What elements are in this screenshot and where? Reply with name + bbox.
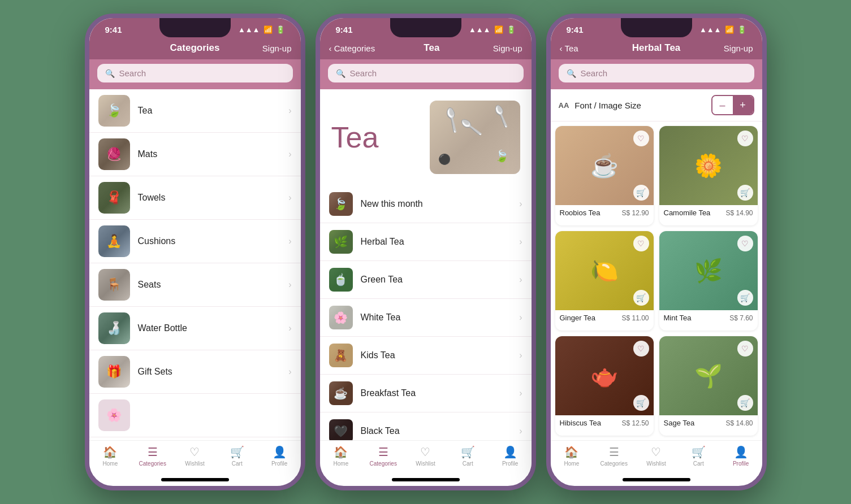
categories-label-2: Categories — [370, 460, 397, 467]
wishlist-sage-button[interactable]: ♡ — [737, 341, 753, 357]
sub-item-breakfast[interactable]: ☕ Breakfast Tea › — [320, 375, 532, 412]
tab-categories-3[interactable]: ☰ Categories — [593, 445, 635, 467]
product-info-ginger: Ginger Tea S$ 11.00 — [555, 310, 654, 327]
thumb-mats: 🧶 — [98, 138, 130, 170]
tab-wishlist-3[interactable]: ♡ Wishlist — [635, 445, 677, 467]
product-card-hibiscus[interactable]: 🫖 ♡ 🛒 Hibiscus Tea S$ 12.50 — [555, 336, 654, 436]
tab-cart-2[interactable]: 🛒 Cart — [447, 445, 489, 467]
label-mats: Mats — [138, 149, 289, 159]
cart-roobios-button[interactable]: 🛒 — [633, 185, 649, 201]
list-item-cushions[interactable]: 🧘 Cushions › — [89, 220, 301, 263]
sign-up-button-1[interactable]: Sign-up — [258, 44, 292, 53]
wifi-icon-2: 📶 — [494, 25, 503, 34]
font-size-minus-button[interactable]: – — [712, 96, 733, 114]
sub-item-kids[interactable]: 🧸 Kids Tea › — [320, 337, 532, 375]
home-label-1: Home — [103, 460, 118, 467]
label-towels: Towels — [138, 193, 289, 203]
product-card-mint[interactable]: 🌿 ♡ 🛒 Mint Tea S$ 7.60 — [659, 231, 758, 331]
product-info-hibiscus: Hibiscus Tea S$ 12.50 — [555, 415, 654, 432]
cart-sage-button[interactable]: 🛒 — [737, 395, 753, 411]
product-info-sage: Sage Tea S$ 14.80 — [659, 415, 758, 432]
signal-icon-2: ▲▲▲ — [469, 25, 491, 34]
categories-icon-2: ☰ — [378, 445, 388, 459]
wishlist-icon-1: ♡ — [189, 445, 200, 459]
tab-profile-3[interactable]: 👤 Profile — [720, 445, 762, 467]
cart-camomile-button[interactable]: 🛒 — [737, 185, 753, 201]
sign-up-button-2[interactable]: Sign-up — [489, 44, 522, 53]
wishlist-roobios-button[interactable]: ♡ — [633, 131, 649, 146]
cart-label-1: Cart — [232, 460, 243, 467]
tea-hero: Tea 🥄 🥄 🥄 🍃 ⚫ — [320, 89, 532, 185]
home-indicator-2 — [392, 478, 460, 481]
thumb-towels: 🧣 — [98, 182, 130, 214]
chevron-black: › — [519, 426, 522, 436]
sub-item-black[interactable]: 🖤 Black Tea › — [320, 412, 532, 440]
tab-wishlist-1[interactable]: ♡ Wishlist — [174, 445, 216, 467]
search-icon-3: 🔍 — [567, 69, 576, 78]
sub-item-new-month[interactable]: 🍃 New this month › — [320, 185, 532, 223]
product-img-roobios: ☕ ♡ 🛒 — [555, 126, 654, 205]
wishlist-hibiscus-button[interactable]: ♡ — [633, 341, 649, 357]
list-item-water-bottle[interactable]: 🍶 Water Bottle › — [89, 307, 301, 350]
font-size-aa-icon: AA — [559, 101, 569, 110]
wishlist-mint-button[interactable]: ♡ — [737, 236, 753, 251]
tab-categories-1[interactable]: ☰ Categories — [131, 445, 174, 467]
list-item-towels[interactable]: 🧣 Towels › — [89, 176, 301, 220]
wishlist-camomile-button[interactable]: ♡ — [737, 131, 753, 146]
list-item-mats[interactable]: 🧶 Mats › — [89, 133, 301, 176]
notch-1 — [159, 18, 231, 37]
list-item-gift-sets[interactable]: 🎁 Gift Sets › — [89, 350, 301, 394]
profile-icon-1: 👤 — [273, 445, 287, 459]
cart-hibiscus-button[interactable]: 🛒 — [633, 395, 649, 411]
tab-home-3[interactable]: 🏠 Home — [551, 445, 593, 467]
product-price-mint: S$ 7.60 — [729, 314, 753, 322]
sign-up-button-3[interactable]: Sign-up — [719, 44, 753, 53]
sub-item-herbal[interactable]: 🌿 Herbal Tea › — [320, 223, 532, 261]
nav-title-2: Tea — [375, 42, 488, 54]
list-item-tea[interactable]: 🍃 Tea › — [89, 89, 301, 133]
product-card-roobios[interactable]: ☕ ♡ 🛒 Roobios Tea S$ 12.90 — [555, 126, 654, 225]
tab-home-2[interactable]: 🏠 Home — [320, 445, 362, 467]
sub-item-white[interactable]: 🌸 White Tea › — [320, 299, 532, 337]
wishlist-label-2: Wishlist — [416, 460, 435, 467]
search-bar-1[interactable]: 🔍 Search — [97, 64, 293, 82]
tab-home-1[interactable]: 🏠 Home — [89, 445, 132, 467]
cart-ginger-button[interactable]: 🛒 — [633, 290, 649, 306]
font-size-plus-button[interactable]: + — [733, 96, 753, 114]
sub-item-green[interactable]: 🍵 Green Tea › — [320, 261, 532, 299]
list-item-seats[interactable]: 🪑 Seats › — [89, 263, 301, 307]
back-button-2[interactable]: ‹ Categories — [329, 44, 375, 53]
tab-profile-2[interactable]: 👤 Profile — [489, 445, 532, 467]
chevron-towels: › — [288, 193, 291, 203]
wishlist-ginger-button[interactable]: ♡ — [633, 236, 649, 251]
home-icon-2: 🏠 — [334, 445, 348, 459]
battery-icon-2: 🔋 — [507, 25, 516, 34]
nav-bar-2: ‹ Categories Tea Sign-up — [320, 38, 532, 59]
tab-cart-3[interactable]: 🛒 Cart — [677, 445, 720, 467]
nav-title-3: Herbal Tea — [594, 42, 719, 54]
product-card-sage[interactable]: 🌱 ♡ 🛒 Sage Tea S$ 14.80 — [659, 336, 758, 436]
tab-cart-1[interactable]: 🛒 Cart — [216, 445, 258, 467]
wifi-icon: 📶 — [263, 25, 273, 34]
back-button-3[interactable]: ‹ Tea — [560, 44, 594, 53]
tab-profile-1[interactable]: 👤 Profile — [258, 445, 301, 467]
profile-label-1: Profile — [271, 460, 287, 467]
categories-icon-3: ☰ — [609, 445, 619, 459]
product-card-ginger[interactable]: 🍋 ♡ 🛒 Ginger Tea S$ 11.00 — [555, 231, 654, 331]
search-bar-2[interactable]: 🔍 Search — [328, 64, 524, 82]
tab-wishlist-2[interactable]: ♡ Wishlist — [404, 445, 447, 467]
cart-mint-button[interactable]: 🛒 — [737, 290, 753, 306]
search-icon-2: 🔍 — [336, 69, 345, 78]
list-item-more[interactable]: 🌸 — [89, 394, 301, 437]
search-bar-3[interactable]: 🔍 Search — [559, 64, 754, 82]
product-card-camomile[interactable]: 🌼 ♡ 🛒 Camomile Tea S$ 14.90 — [659, 126, 758, 225]
tab-categories-2[interactable]: ☰ Categories — [362, 445, 404, 467]
tea-hero-img-content: 🥄 🥄 🥄 🍃 ⚫ — [430, 101, 520, 174]
chevron-herbal: › — [519, 237, 522, 247]
chevron-tea: › — [288, 106, 291, 116]
label-kids: Kids Tea — [361, 350, 520, 360]
status-time-3: 9:41 — [567, 25, 584, 34]
status-icons-1: ▲▲▲ 📶 🔋 — [238, 25, 285, 34]
signal-icon-3: ▲▲▲ — [699, 25, 722, 34]
battery-icon-3: 🔋 — [737, 25, 746, 34]
